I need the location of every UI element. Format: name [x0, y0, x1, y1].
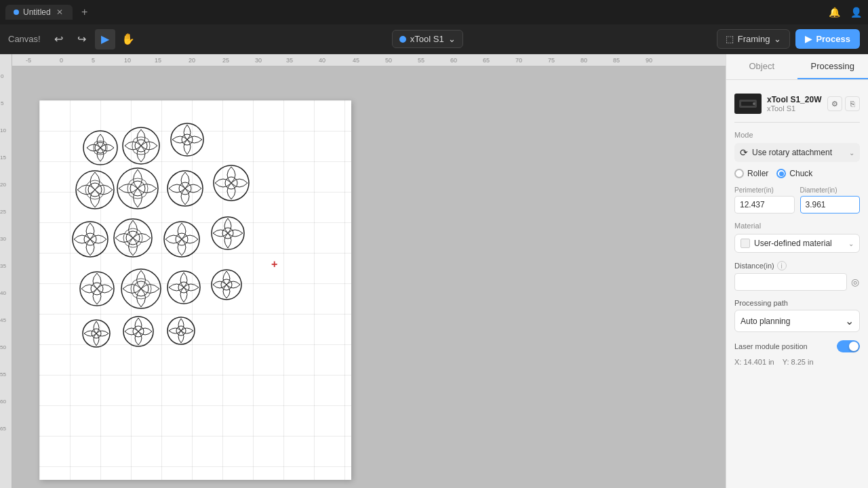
- device-image: [738, 97, 758, 110]
- notification-icon[interactable]: 🔔: [827, 5, 841, 19]
- perimeter-label: Perimeter(in): [734, 186, 795, 194]
- device-copy-button[interactable]: ⎘: [845, 96, 860, 111]
- framing-label: Framing: [738, 34, 770, 44]
- device-chevron-icon: ⌄: [448, 34, 456, 44]
- dimensions-row: Perimeter(in) Diameter(in): [734, 186, 860, 214]
- chuck-option[interactable]: Chuck: [776, 169, 812, 178]
- material-selector[interactable]: User-defined material ⌄: [734, 234, 860, 253]
- device-settings-button[interactable]: ⚙: [827, 96, 842, 111]
- process-label: Process: [816, 34, 850, 44]
- processing-path-label: Processing path: [734, 299, 860, 307]
- chuck-radio[interactable]: [776, 169, 786, 178]
- laser-module-toggle[interactable]: [837, 340, 860, 352]
- processing-path-value: Auto planning: [741, 317, 841, 326]
- hand-tool-button[interactable]: ✋: [118, 29, 138, 49]
- laser-module-row: Laser module position: [734, 340, 860, 352]
- coord-y: Y: 8.25 in: [783, 358, 814, 366]
- roller-option[interactable]: Roller: [734, 169, 768, 178]
- tab-close-button[interactable]: ✕: [55, 7, 64, 17]
- device-selector[interactable]: xTool S1 ⌄: [392, 30, 463, 48]
- material-section-label: Material: [734, 222, 860, 230]
- title-bar: Untitled ✕ + 🔔 👤: [0, 0, 868, 24]
- crosshair: +: [271, 258, 282, 269]
- panel-tabs: Object Processing: [726, 54, 868, 80]
- perimeter-group: Perimeter(in): [734, 186, 795, 214]
- right-panel: Object Processing xTool S1_20W xTool S1: [726, 54, 868, 488]
- mode-chevron-icon: ⌄: [849, 149, 854, 157]
- processing-path-row: Processing path Auto planning ⌄: [734, 299, 860, 332]
- process-button[interactable]: ▶ Process: [795, 29, 860, 49]
- device-name: xTool S1: [410, 34, 444, 44]
- diameter-label: Diameter(in): [800, 186, 861, 194]
- toolbar-right: ⬚ Framing ⌄ ▶ Process: [717, 29, 860, 49]
- chuck-label: Chuck: [789, 169, 812, 178]
- add-tab-button[interactable]: +: [78, 5, 92, 19]
- redo-button[interactable]: ↪: [72, 29, 92, 49]
- distance-input[interactable]: [734, 273, 847, 291]
- device-text: xTool S1_20W xTool S1: [767, 95, 821, 113]
- ruler-vertical: 0 5 10 15 20 25 30 35 40 45 50 55 60 65: [0, 54, 12, 488]
- aim-icon[interactable]: ◎: [850, 274, 860, 289]
- laser-module-label: Laser module position: [734, 342, 837, 350]
- framing-button[interactable]: ⬚ Framing ⌄: [717, 29, 791, 49]
- user-icon[interactable]: 👤: [849, 5, 863, 19]
- mode-section-label: Mode: [734, 131, 860, 139]
- perimeter-input[interactable]: [734, 196, 795, 214]
- toolbar: Canvas! ↩ ↪ ▶ ✋ xTool S1 ⌄ ⬚ Framing ⌄ ▶…: [0, 24, 868, 54]
- coord-x: X: 14.401 in: [734, 358, 774, 366]
- tab-object[interactable]: Object: [726, 54, 797, 79]
- roller-radio[interactable]: [734, 169, 744, 178]
- distance-info-icon[interactable]: i: [777, 261, 787, 270]
- coordinates-display: X: 14.401 in Y: 8.25 in: [734, 358, 860, 366]
- tab-title: Untitled: [23, 7, 51, 17]
- toggle-thumb: [849, 342, 859, 351]
- process-icon: ▶: [805, 34, 812, 44]
- tab-dot: [14, 9, 19, 15]
- device-action-icons: ⚙ ⎘: [827, 96, 860, 111]
- device-sub-label: xTool S1: [767, 104, 821, 113]
- panel-content: xTool S1_20W xTool S1 ⚙ ⎘ Mode ⟳ Use rot…: [726, 80, 868, 488]
- chuck-radio-inner: [779, 171, 784, 176]
- distance-row: Distance(in) i ◎: [734, 261, 860, 291]
- device-thumbnail: [734, 94, 762, 114]
- mode-text: Use rotary attachment: [752, 148, 845, 157]
- device-info: xTool S1_20W xTool S1 ⚙ ⎘: [734, 88, 860, 123]
- processing-path-selector[interactable]: Auto planning ⌄: [734, 310, 860, 332]
- title-bar-actions: 🔔 👤: [827, 5, 863, 19]
- device-status-dot: [399, 36, 406, 43]
- distance-label: Distance(in): [734, 262, 774, 270]
- play-button[interactable]: ▶: [95, 29, 115, 49]
- ruler-horizontal: -5 0 5 10 15 20 25 30 35 40 45 50 55 60 …: [0, 54, 726, 66]
- active-tab[interactable]: Untitled ✕: [5, 5, 73, 20]
- canvas-paper[interactable]: +: [39, 100, 351, 480]
- roller-label: Roller: [747, 169, 768, 178]
- toolbar-left: Canvas! ↩ ↪ ▶ ✋: [8, 29, 138, 49]
- processing-path-chevron-icon: ⌄: [845, 314, 854, 327]
- canvas-area[interactable]: -5 0 5 10 15 20 25 30 35 40 45 50 55 60 …: [0, 54, 726, 488]
- canvas-label: Canvas!: [8, 34, 41, 44]
- material-swatch: [741, 239, 750, 248]
- svg-point-38: [753, 102, 755, 105]
- main-content: -5 0 5 10 15 20 25 30 35 40 45 50 55 60 …: [0, 54, 868, 488]
- diameter-input[interactable]: [800, 196, 861, 214]
- rotary-type-group: Roller Chuck: [734, 169, 860, 178]
- material-chevron-icon: ⌄: [848, 240, 854, 247]
- rotary-icon: ⟳: [740, 147, 748, 158]
- device-name-label: xTool S1_20W: [767, 95, 821, 104]
- framing-icon: ⬚: [726, 34, 734, 44]
- diameter-group: Diameter(in): [800, 186, 861, 214]
- undo-button[interactable]: ↩: [49, 29, 69, 49]
- material-text: User-defined material: [754, 239, 844, 248]
- mode-selector[interactable]: ⟳ Use rotary attachment ⌄: [734, 143, 860, 162]
- roses-artwork: [60, 114, 290, 365]
- tab-processing[interactable]: Processing: [797, 54, 869, 79]
- toolbar-center: xTool S1 ⌄: [392, 30, 463, 48]
- framing-chevron-icon: ⌄: [774, 34, 781, 44]
- canvas-content: +: [12, 66, 726, 488]
